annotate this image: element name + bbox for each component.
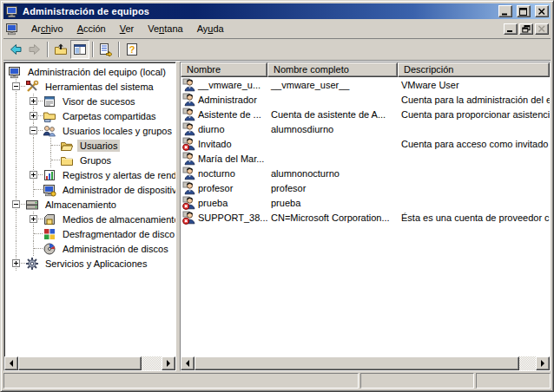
column-header-nombre[interactable]: Nombre [181, 62, 267, 77]
collapse-icon[interactable] [12, 200, 20, 208]
maximize-button[interactable] [517, 5, 531, 17]
tree-item-label: Servicios y Aplicaciones [43, 258, 149, 270]
tree-item-usuarios-locales-y-grupos[interactable]: Usuarios locales y grupos [4, 123, 175, 138]
user-disabled-icon [182, 211, 196, 225]
performance-icon [43, 168, 56, 182]
tree-item-usuarios[interactable]: Usuarios [4, 138, 175, 153]
folder-icon [60, 154, 74, 167]
user-row-diurno[interactable]: diurnoalumnosdiurno [181, 121, 550, 136]
tree-item-administración-de-discos[interactable]: Administración de discos [4, 241, 175, 256]
forward-arrow-button[interactable] [25, 40, 44, 59]
tree-item-administrador-de-dispositivos[interactable]: Administrador de dispositivos [4, 182, 175, 197]
mdi-minimize-icon [506, 25, 515, 33]
export-list-button[interactable] [96, 40, 115, 59]
user-name: diurno [198, 124, 225, 134]
tree-item-medios-de-almacenamiento-e[interactable]: Medios de almacenamiento e [4, 212, 175, 226]
close-icon [538, 8, 546, 16]
tree-item-herramientas-del-sistema[interactable]: Herramientas del sistema [4, 79, 175, 94]
help-button[interactable]: ? [122, 40, 142, 59]
user-row-profesor[interactable]: profesorprofesor [181, 180, 550, 195]
list-scrollbar-thumb[interactable] [195, 356, 519, 370]
user-row-administrador[interactable]: AdministradorCuenta para la administraci… [181, 92, 550, 107]
tree-item-servicios-y-aplicaciones[interactable]: Servicios y Aplicaciones [4, 256, 175, 271]
tree-item-carpetas-compartidas[interactable]: Carpetas compartidas [4, 108, 175, 123]
minimize-button[interactable] [498, 5, 512, 17]
tree-indent-guide [8, 182, 25, 197]
tree-expander-slot [8, 256, 25, 271]
scroll-right-button[interactable] [162, 356, 175, 370]
tree-item-label: Administrador de dispositivos [60, 184, 175, 196]
tree-scrollbar-thumb[interactable] [18, 356, 142, 370]
mdi-system-menu-icon[interactable] [5, 22, 19, 36]
menu-archivo[interactable]: Archivo [24, 21, 70, 37]
expand-icon[interactable] [30, 171, 37, 179]
cell-descripcion [398, 166, 550, 180]
tree-expander-slot [25, 167, 43, 182]
user-row-asistente-de[interactable]: Asistente de ...Cuenta de asistente de A… [181, 107, 550, 121]
services-icon [25, 257, 39, 271]
tree-item-desfragmentador-de-disco[interactable]: Desfragmentador de disco [4, 226, 175, 241]
menu-ventana[interactable]: Ventana [141, 21, 189, 37]
tree-item-registros-y-alertas-de-rendim[interactable]: Registros y alertas de rendim [4, 167, 175, 182]
column-header-nombre-completo[interactable]: Nombre completo [267, 62, 398, 77]
scroll-left-button[interactable] [181, 356, 195, 370]
user-name: __vmware_u... [198, 80, 261, 90]
menu-ayuda[interactable]: Ayuda [190, 21, 231, 37]
tree-indent-guide [25, 153, 43, 167]
expand-icon[interactable] [30, 97, 37, 105]
mdi-window-buttons [504, 23, 549, 35]
tree-indent-guide [8, 123, 25, 138]
tree-item-grupos[interactable]: Grupos [4, 153, 175, 167]
user-icon [182, 108, 196, 121]
up-one-level-button[interactable] [51, 40, 70, 59]
expand-icon[interactable] [12, 259, 20, 267]
scroll-left-icon [182, 360, 189, 367]
scroll-left-icon [6, 360, 13, 367]
user-row-nocturno[interactable]: nocturnoalumnonocturno [181, 166, 550, 180]
svg-text:?: ? [129, 44, 135, 55]
column-header-descripci-n[interactable]: Descripción [398, 62, 550, 77]
minimize-icon [501, 8, 510, 16]
user-name: prueba [198, 198, 228, 208]
status-pane-secondary [360, 373, 474, 389]
cell-nombre-completo: profesor [267, 180, 398, 195]
cell-nombre: nocturno [181, 166, 267, 180]
user-row-__vmware_u[interactable]: __vmware_u...__vmware_user__VMware User [181, 77, 550, 92]
up-one-level-icon [54, 42, 68, 56]
user-row-mar-a-del-mar[interactable]: María del Mar... [181, 151, 550, 166]
tree-indent-guide [8, 212, 25, 226]
collapse-icon[interactable] [30, 127, 37, 134]
show-console-tree-button[interactable] [70, 40, 89, 59]
tree-scrollbar-track[interactable] [142, 356, 162, 370]
list-horizontal-scrollbar[interactable] [181, 356, 550, 370]
tree-item-visor-de-sucesos[interactable]: Visor de sucesos [4, 94, 175, 108]
expand-icon[interactable] [30, 215, 37, 223]
titlebar: Administración de equipos [3, 3, 551, 19]
folder-open-icon [60, 139, 74, 153]
mdi-restore-button[interactable] [519, 23, 533, 35]
mdi-close-button[interactable] [535, 23, 549, 35]
tree-item-almacenamiento[interactable]: Almacenamiento [4, 197, 175, 212]
cell-nombre-completo: prueba [267, 195, 398, 210]
collapse-icon[interactable] [12, 82, 20, 90]
user-row-invitado[interactable]: InvitadoCuenta para acceso como invitado [181, 136, 550, 151]
menu-accin[interactable]: Acción [70, 21, 113, 37]
menu-ver[interactable]: Ver [113, 21, 142, 37]
expand-icon[interactable] [30, 112, 37, 120]
tree-expander-slot [25, 226, 43, 241]
user-row-prueba[interactable]: pruebaprueba [181, 195, 550, 210]
tree-item-label: Usuarios [77, 140, 120, 152]
back-arrow-button[interactable] [6, 40, 25, 59]
mdi-minimize-button[interactable] [504, 23, 518, 35]
tree-horizontal-scrollbar[interactable] [4, 356, 175, 370]
scroll-right-button[interactable] [536, 356, 550, 370]
scroll-left-button[interactable] [4, 356, 18, 370]
cell-nombre-completo: Cuenta de asistente de A... [267, 107, 398, 121]
tree-item-administración-del-equipo-local[interactable]: Administración del equipo (local) [4, 64, 175, 79]
tree-item-label: Medios de almacenamiento e [60, 213, 175, 225]
tools-icon [25, 80, 39, 94]
list-scrollbar-track[interactable] [519, 356, 536, 370]
main-area: Administración del equipo (local)Herrami… [3, 62, 551, 371]
close-button[interactable] [535, 5, 549, 17]
user-row-support_38[interactable]: SUPPORT_38...CN=Microsoft Corporation...… [181, 210, 550, 225]
